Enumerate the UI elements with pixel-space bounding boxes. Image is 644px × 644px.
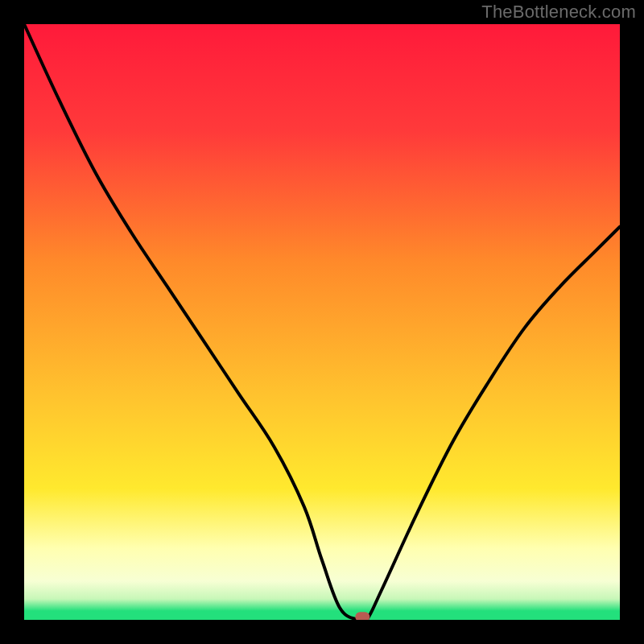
chart-area: [24, 24, 620, 620]
attribution-text: TheBottleneck.com: [481, 2, 636, 23]
optimum-marker: [355, 612, 369, 620]
bottleneck-chart: [24, 24, 620, 620]
